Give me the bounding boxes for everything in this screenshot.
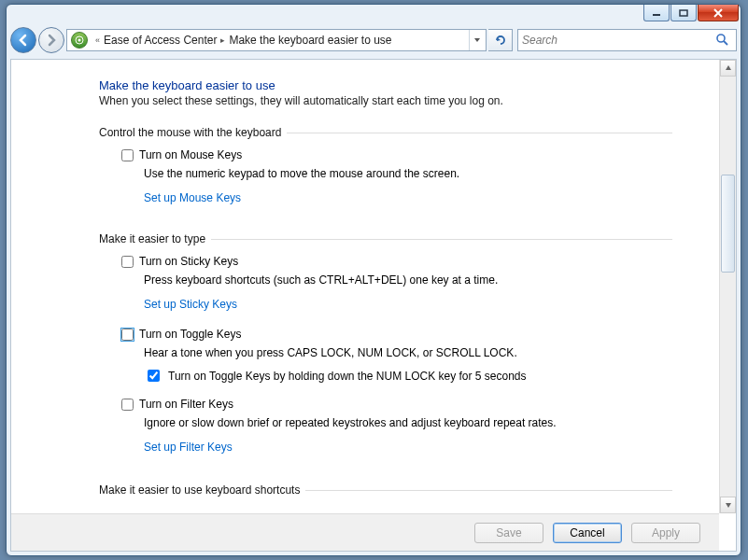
scroll-thumb[interactable] <box>721 175 735 273</box>
maximize-button[interactable] <box>670 5 697 21</box>
togglekeys-checkbox[interactable]: Turn on Toggle Keys <box>121 328 672 341</box>
address-bar[interactable]: « Ease of Access Center ▸ Make the keybo… <box>66 29 487 51</box>
section-mouse-head: Control the mouse with the keyboard <box>99 126 672 139</box>
svg-line-5 <box>724 41 727 45</box>
back-button[interactable] <box>10 27 36 53</box>
page-title: Make the keyboard easier to use <box>99 78 672 92</box>
filterkeys-checkbox-input[interactable] <box>121 399 134 411</box>
address-dropdown[interactable] <box>469 30 484 50</box>
mousekeys-checkbox-input[interactable] <box>121 149 134 161</box>
stickykeys-desc: Press keyboard shortcuts (such as CTRL+A… <box>144 273 672 287</box>
togglekeys-desc: Hear a tone when you press CAPS LOCK, NU… <box>144 346 672 359</box>
navigation-row: « Ease of Access Center ▸ Make the keybo… <box>10 25 737 55</box>
refresh-button[interactable] <box>488 29 513 51</box>
cancel-button[interactable]: Cancel <box>553 523 622 543</box>
svg-rect-1 <box>680 10 687 16</box>
scroll-up-button[interactable] <box>720 60 736 77</box>
dialog-button-row: Save Cancel Apply <box>11 513 719 551</box>
scroll-down-button[interactable] <box>720 497 736 513</box>
forward-button[interactable] <box>38 27 64 53</box>
scroll-track[interactable] <box>720 77 736 497</box>
window-caption-buttons <box>642 5 739 21</box>
scroll-viewport: Make the keyboard easier to use When you… <box>11 60 719 513</box>
apply-button[interactable]: Apply <box>631 523 700 543</box>
window-frame: « Ease of Access Center ▸ Make the keybo… <box>6 4 741 556</box>
svg-point-3 <box>78 39 81 42</box>
search-input[interactable]: Search <box>517 29 737 51</box>
mousekeys-desc: Use the numeric keypad to move the mouse… <box>144 167 672 180</box>
filterkeys-desc: Ignore or slow down brief or repeated ke… <box>144 416 672 429</box>
svg-point-4 <box>717 35 725 42</box>
search-icon <box>715 33 730 50</box>
filterkeys-setup-link[interactable]: Set up Filter Keys <box>144 441 233 454</box>
mousekeys-checkbox[interactable]: Turn on Mouse Keys <box>121 148 672 161</box>
vertical-scrollbar[interactable] <box>719 60 736 513</box>
close-button[interactable] <box>698 5 739 21</box>
section-type-head: Make it easier to type <box>99 232 672 245</box>
content-panel: Make the keyboard easier to use When you… <box>10 59 737 552</box>
chevron-right-icon: ▸ <box>220 35 225 45</box>
stickykeys-checkbox[interactable]: Turn on Sticky Keys <box>121 255 672 268</box>
stickykeys-checkbox-input[interactable] <box>121 256 134 268</box>
minimize-button[interactable] <box>643 5 670 21</box>
filterkeys-checkbox[interactable]: Turn on Filter Keys <box>121 398 672 411</box>
chevrons-icon: « <box>95 35 100 45</box>
stickykeys-setup-link[interactable]: Set up Sticky Keys <box>144 298 237 311</box>
breadcrumb-parent[interactable]: Ease of Access Center <box>104 34 217 47</box>
section-shortcuts-head: Make it easier to use keyboard shortcuts <box>99 483 672 497</box>
save-button[interactable]: Save <box>474 523 543 543</box>
breadcrumb-current[interactable]: Make the keyboard easier to use <box>229 34 391 47</box>
page-subtitle: When you select these settings, they wil… <box>99 94 672 107</box>
control-panel-icon <box>71 32 88 49</box>
togglekeys-checkbox-input[interactable] <box>121 329 134 341</box>
togglekeys-numlock-checkbox[interactable]: Turn on Toggle Keys by holding down the … <box>144 367 672 385</box>
mousekeys-setup-link[interactable]: Set up Mouse Keys <box>144 191 241 204</box>
search-placeholder: Search <box>522 34 557 47</box>
togglekeys-numlock-checkbox-input[interactable] <box>148 370 160 382</box>
